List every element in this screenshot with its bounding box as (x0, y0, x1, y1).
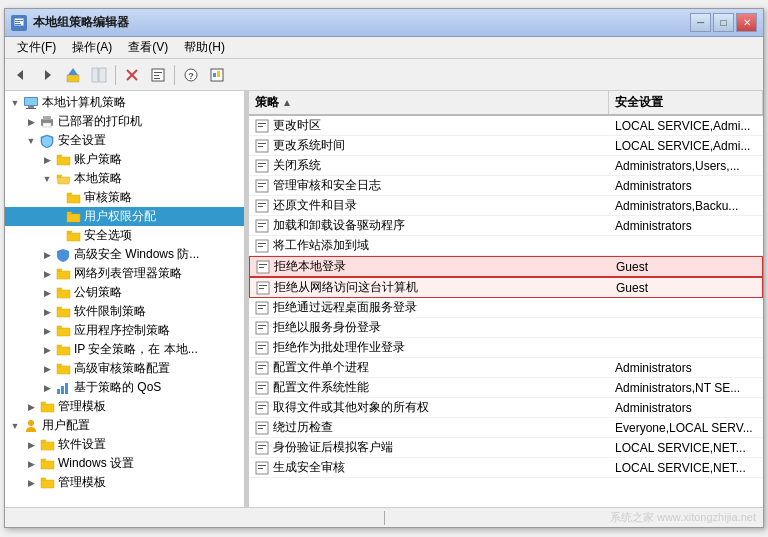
svg-rect-48 (258, 203, 266, 204)
tree-item-user-rights[interactable]: 用户权限分配 (5, 207, 244, 226)
expander-icon: ▼ (7, 95, 23, 111)
table-row[interactable]: 拒绝作为批处理作业登录 (249, 338, 763, 358)
table-row[interactable]: 拒绝以服务身份登录 (249, 318, 763, 338)
svg-rect-75 (258, 385, 266, 386)
tree-item-software-settings2[interactable]: ▶ 软件设置 (5, 435, 244, 454)
svg-rect-14 (154, 75, 159, 76)
table-row[interactable]: 绕过历检查 Everyone,LOCAL SERV... (249, 418, 763, 438)
table-row[interactable]: 更改系统时间 LOCAL SERVICE,Admi... (249, 136, 763, 156)
tree-item-ip-security[interactable]: ▶ IP 安全策略，在 本地... (5, 340, 244, 359)
table-row[interactable]: 配置文件单个进程 Administrators (249, 358, 763, 378)
expander-icon (55, 228, 65, 244)
tree-item-qos[interactable]: ▶ 基于策略的 QoS (5, 378, 244, 397)
table-row[interactable]: 还原文件和目录 Administrators,Backu... (249, 196, 763, 216)
table-row[interactable]: 加载和卸载设备驱动程序 Administrators (249, 216, 763, 236)
svg-rect-8 (92, 68, 98, 82)
table-row[interactable]: 关闭系统 Administrators,Users,... (249, 156, 763, 176)
svg-rect-45 (258, 183, 266, 184)
expander-icon: ▶ (39, 304, 55, 320)
svg-marker-5 (45, 70, 51, 80)
svg-rect-43 (258, 166, 263, 167)
cell-policy: 关闭系统 (249, 156, 609, 175)
cell-security: Administrators (609, 358, 763, 377)
tree-item-admin-templates[interactable]: ▶ 管理模板 (5, 397, 244, 416)
menu-action[interactable]: 操作(A) (64, 37, 120, 58)
table-row-deny-local[interactable]: 拒绝本地登录 Guest (249, 256, 763, 277)
show-tree-button[interactable] (87, 63, 111, 87)
svg-rect-9 (99, 68, 106, 82)
folder-icon (65, 209, 81, 225)
expander-icon: ▶ (39, 323, 55, 339)
table-row[interactable]: 将工作站添加到域 (249, 236, 763, 256)
table-row[interactable]: 管理审核和安全日志 Administrators (249, 176, 763, 196)
svg-rect-69 (258, 345, 266, 346)
cell-security: Administrators,Users,... (609, 156, 763, 175)
cell-policy: 拒绝通过远程桌面服务登录 (249, 298, 609, 317)
tree-label: 安全设置 (58, 132, 106, 149)
tree-item-local-policy[interactable]: ▼ 本地策略 (5, 169, 244, 188)
menu-file[interactable]: 文件(F) (9, 37, 64, 58)
column-header-policy[interactable]: 策略 (249, 91, 609, 114)
table-row[interactable]: 拒绝通过远程桌面服务登录 (249, 298, 763, 318)
folder-icon (39, 475, 55, 491)
extra-button[interactable] (205, 63, 229, 87)
close-button[interactable]: ✕ (736, 13, 757, 32)
svg-rect-54 (258, 243, 266, 244)
column-header-security[interactable]: 安全设置 (609, 91, 763, 114)
policy-icon (255, 381, 269, 395)
tree-item-public-key[interactable]: ▶ 公钥策略 (5, 283, 244, 302)
toolbar-sep-1 (115, 65, 116, 85)
cell-policy: 配置文件系统性能 (249, 378, 609, 397)
policy-icon (256, 260, 270, 274)
minimize-button[interactable]: ─ (690, 13, 711, 32)
table-row[interactable]: 身份验证后模拟客户端 LOCAL SERVICE,NET... (249, 438, 763, 458)
tree-item-software-restrict[interactable]: ▶ 软件限制策略 (5, 302, 244, 321)
tree-item-security-settings[interactable]: ▼ 安全设置 (5, 131, 244, 150)
tree-panel: ▼ 本地计算机策略 ▶ (5, 91, 245, 507)
policy-icon (255, 441, 269, 455)
svg-rect-70 (258, 348, 263, 349)
tree-item-security-options[interactable]: 安全选项 (5, 226, 244, 245)
help-button[interactable]: ? (179, 63, 203, 87)
tree-item-audit-policy[interactable]: 审核策略 (5, 188, 244, 207)
table-row-deny-network[interactable]: 拒绝从网络访问这台计算机 Guest (249, 277, 763, 298)
table-row[interactable]: 取得文件或其他对象的所有权 Administrators (249, 398, 763, 418)
tree-item-printers[interactable]: ▶ 已部署的打印机 (5, 112, 244, 131)
tree-label: 安全选项 (84, 227, 132, 244)
policy-icon (255, 421, 269, 435)
tree-item-user-config[interactable]: ▼ 用户配置 (5, 416, 244, 435)
delete-button[interactable] (120, 63, 144, 87)
svg-rect-78 (258, 405, 266, 406)
tree-item-admin-templates2[interactable]: ▶ 管理模板 (5, 473, 244, 492)
svg-rect-46 (258, 186, 263, 187)
svg-marker-7 (68, 68, 78, 75)
title-bar: 本地组策略编辑器 ─ □ ✕ (5, 9, 763, 37)
folder-icon (39, 437, 55, 453)
cell-policy: 加载和卸载设备驱动程序 (249, 216, 609, 235)
tree-item-account-policy[interactable]: ▶ 账户策略 (5, 150, 244, 169)
tree-item-advanced-security[interactable]: ▶ 高级安全 Windows 防... (5, 245, 244, 264)
tree-label: 基于策略的 QoS (74, 379, 161, 396)
back-button[interactable] (9, 63, 33, 87)
computer-icon (23, 95, 39, 111)
maximize-button[interactable]: □ (713, 13, 734, 32)
forward-button[interactable] (35, 63, 59, 87)
expander-icon: ▶ (39, 380, 55, 396)
cell-security: LOCAL SERVICE,NET... (609, 458, 763, 477)
table-row[interactable]: 配置文件系统性能 Administrators,NT SE... (249, 378, 763, 398)
menu-view[interactable]: 查看(V) (120, 37, 176, 58)
folder-icon (55, 323, 71, 339)
folder-icon (65, 228, 81, 244)
tree-item-advanced-audit[interactable]: ▶ 高级审核策略配置 (5, 359, 244, 378)
tree-item-windows-settings[interactable]: ▶ Windows 设置 (5, 454, 244, 473)
tree-item-computer-config[interactable]: ▼ 本地计算机策略 (5, 93, 244, 112)
menu-help[interactable]: 帮助(H) (176, 37, 233, 58)
properties-button[interactable] (146, 63, 170, 87)
svg-rect-39 (258, 143, 266, 144)
table-row[interactable]: 更改时区 LOCAL SERVICE,Admi... (249, 116, 763, 136)
tree-item-app-control[interactable]: ▶ 应用程序控制策略 (5, 321, 244, 340)
table-row[interactable]: 生成安全审核 LOCAL SERVICE,NET... (249, 458, 763, 478)
tree-item-network-list[interactable]: ▶ 网络列表管理器策略 (5, 264, 244, 283)
svg-rect-37 (258, 126, 263, 127)
up-button[interactable] (61, 63, 85, 87)
